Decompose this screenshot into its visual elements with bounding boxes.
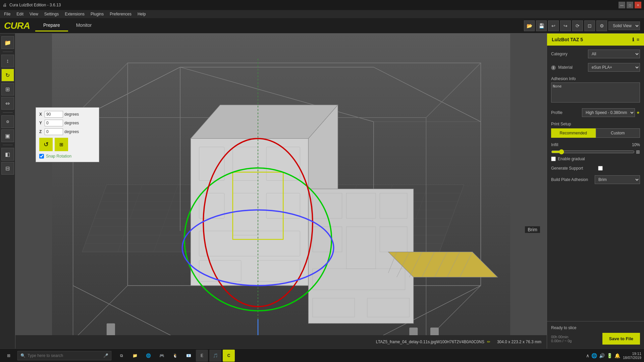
taskbar-system-tray: ∧ 🌐 🔊 🔋 🔔 19:11 18/07/2019 <box>586 352 641 360</box>
sidebar-btn-move[interactable]: ↕ <box>1 55 14 67</box>
material-info-icon[interactable]: ℹ <box>551 65 556 70</box>
taskbar-app-icons: ⧉ 📁 🌐 🎮 🐧 📧 E 🎵 C <box>115 350 235 362</box>
category-select[interactable]: All <box>588 50 640 58</box>
toolbar-icon-4[interactable]: ↪ <box>560 20 571 31</box>
material-select[interactable]: eSun PLA+ <box>588 63 640 72</box>
content-area: 📁 ↕ ↻ ⊞ ⇔ ⚙ ▣ ◧ ⊟ <box>0 34 644 349</box>
profile-label: Profile <box>551 110 582 115</box>
machine-name: LulzBot TAZ 5 <box>552 37 583 42</box>
align-rotation-button[interactable]: ⊞ <box>55 138 68 151</box>
toolbar-icon-5[interactable]: ⟳ <box>572 20 583 31</box>
menu-preferences[interactable]: Preferences <box>107 11 134 17</box>
network-icon[interactable]: 🌐 <box>591 353 597 358</box>
profile-select[interactable]: High Speed - 0.380mm <box>582 108 635 117</box>
minimize-button[interactable]: — <box>619 2 625 8</box>
rotation-x-row: X degrees <box>39 111 96 118</box>
y-rotation-input[interactable] <box>45 120 63 126</box>
window-controls[interactable]: — □ ✕ <box>619 2 641 8</box>
recommended-button[interactable]: Recommended <box>551 128 596 138</box>
toolbar-icon-6[interactable]: ⊡ <box>584 20 595 31</box>
taskbar-app8[interactable]: 🎵 <box>209 350 221 362</box>
sidebar-btn-support[interactable]: ▣ <box>1 129 14 142</box>
status-bar: LTAZ5_frame_04_delay-0.11s.jpgW100H76T2V… <box>15 335 547 349</box>
titlebar: 🖨 Cura LulzBot Edition - 3.6.13 — □ ✕ <box>0 0 644 10</box>
battery-icon[interactable]: 🔋 <box>607 353 612 358</box>
menu-settings[interactable]: Settings <box>42 11 61 17</box>
generate-support-checkbox[interactable] <box>598 166 603 171</box>
toolbar-icon-1[interactable]: 📂 <box>524 20 535 31</box>
search-input[interactable] <box>28 353 101 358</box>
taskbar-outlook[interactable]: 📧 <box>182 350 195 362</box>
clock-date: 18/07/2019 <box>623 356 641 360</box>
taskbar-cura[interactable]: C <box>223 350 235 362</box>
save-to-file-button[interactable]: Save to File <box>602 333 640 345</box>
taskbar-edge[interactable]: E <box>196 350 208 362</box>
notification-icon[interactable]: 🔔 <box>614 353 620 358</box>
toolbar-icon-2[interactable]: 💾 <box>536 20 547 31</box>
snap-rotation-checkbox[interactable] <box>39 154 44 159</box>
category-row: Category All <box>551 50 640 58</box>
maximize-button[interactable]: □ <box>627 2 633 8</box>
slice-footer: 00h 00min 0.00m / ~ 0g Save to File <box>551 333 640 345</box>
sidebar-btn-scale[interactable]: ⊞ <box>1 83 14 96</box>
z-rotation-input[interactable] <box>45 128 63 135</box>
taskbar-steam[interactable]: 🎮 <box>156 350 168 362</box>
sidebar-btn-extra1[interactable]: ◧ <box>1 148 14 161</box>
taskbar-start-button[interactable]: ⊞ <box>3 350 15 362</box>
custom-button[interactable]: Custom <box>596 128 640 138</box>
profile-row: Profile High Speed - 0.380mm ★ <box>551 108 640 117</box>
sys-icons: ∧ 🌐 🔊 🔋 🔔 <box>586 353 620 358</box>
toolbar-icon-3[interactable]: ↩ <box>548 20 559 31</box>
sidebar-btn-rotate[interactable]: ↻ <box>1 69 14 81</box>
sidebar-separator-1 <box>3 52 13 52</box>
right-panel-footer: Ready to slice 00h 00min 0.00m / ~ 0g Sa… <box>547 321 644 349</box>
view-mode-select[interactable]: Solid View X-Ray Layers <box>608 21 640 30</box>
taskbar-chrome[interactable]: 🌐 <box>142 350 154 362</box>
x-axis-label: X <box>39 112 43 117</box>
menu-edit[interactable]: Edit <box>14 11 26 17</box>
adhesion-info-text[interactable]: None <box>551 82 640 103</box>
reset-rotation-button[interactable]: ↺ <box>39 138 53 151</box>
tab-monitor[interactable]: Monitor <box>68 20 100 32</box>
sidebar-btn-mirror[interactable]: ⇔ <box>1 97 14 110</box>
taskbar-clock[interactable]: 19:11 18/07/2019 <box>623 352 641 360</box>
menu-extensions[interactable]: Extensions <box>62 11 87 17</box>
close-button[interactable]: ✕ <box>635 2 641 8</box>
taskbar-search[interactable]: 🔍 🎤 <box>17 351 111 360</box>
enable-gradual-checkbox[interactable] <box>551 157 556 161</box>
menu-help[interactable]: Help <box>135 11 149 17</box>
chevron-up-icon[interactable]: ∧ <box>586 353 589 358</box>
scene-svg <box>15 34 547 349</box>
info-header-icon[interactable]: ℹ <box>632 37 634 42</box>
profile-star-icon[interactable]: ★ <box>636 110 640 115</box>
build-plate-select[interactable]: None Skirt Brim Raft <box>595 175 640 184</box>
volume-icon[interactable]: 🔊 <box>599 353 605 358</box>
rotation-panel: X degrees Y degrees Z degrees ↺ ⊞ Snap R… <box>36 107 99 162</box>
taskbar-file-explorer[interactable]: 📁 <box>129 350 141 362</box>
settings-header-icon[interactable]: ≡ <box>637 37 639 42</box>
z-degrees-label: degrees <box>64 129 79 134</box>
menu-view[interactable]: View <box>27 11 41 17</box>
menu-file[interactable]: File <box>1 11 13 17</box>
edit-file-icon[interactable]: ✏ <box>487 340 490 344</box>
slice-time: 00h 00min 0.00m / ~ 0g <box>551 335 572 343</box>
y-axis-label: Y <box>39 121 43 125</box>
mic-icon[interactable]: 🎤 <box>103 353 108 358</box>
menu-plugins[interactable]: Plugins <box>88 11 106 17</box>
sidebar-btn-open[interactable]: 📁 <box>1 36 14 49</box>
build-plate-row: Build Plate Adhesion None Skirt Brim Raf… <box>551 175 640 184</box>
viewport[interactable]: X degrees Y degrees Z degrees ↺ ⊞ Snap R… <box>15 34 547 349</box>
search-icon: 🔍 <box>20 353 25 358</box>
taskbar-task-view[interactable]: ⧉ <box>115 350 127 362</box>
infill-slider[interactable] <box>551 149 635 155</box>
toolbar-icon-7[interactable]: ⚙ <box>596 20 607 31</box>
sidebar-btn-per-model[interactable]: ⚙ <box>1 115 14 128</box>
tab-prepare[interactable]: Prepare <box>35 20 68 32</box>
gradual-row: Enable gradual <box>551 157 640 161</box>
infill-expand-icon[interactable]: ⊞ <box>636 149 640 155</box>
infill-header: Infill 10% <box>551 142 640 147</box>
taskbar-app5[interactable]: 🐧 <box>169 350 181 362</box>
x-rotation-input[interactable] <box>45 111 63 118</box>
z-axis-label: Z <box>39 129 43 134</box>
sidebar-btn-extra2[interactable]: ⊟ <box>1 162 14 175</box>
